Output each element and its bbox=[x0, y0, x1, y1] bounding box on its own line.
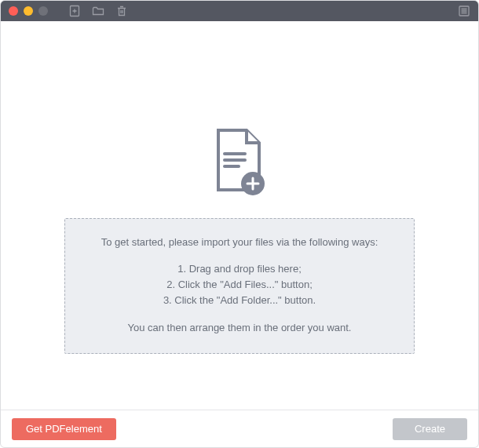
trash-icon[interactable] bbox=[115, 5, 128, 17]
toolbar-left bbox=[68, 5, 128, 17]
hint-intro: To get started, please import your files… bbox=[79, 235, 400, 250]
hint-outro: You can then arrange them in the order y… bbox=[79, 320, 400, 336]
get-pdfelement-button[interactable]: Get PDFelement bbox=[12, 418, 116, 440]
bottom-bar: Get PDFelement Create bbox=[1, 410, 478, 447]
document-add-icon bbox=[210, 127, 269, 199]
create-button: Create bbox=[393, 418, 467, 440]
window-controls bbox=[9, 6, 48, 16]
fullscreen-window-button[interactable] bbox=[38, 6, 48, 16]
hint-box: To get started, please import your files… bbox=[64, 218, 415, 354]
titlebar bbox=[1, 1, 478, 21]
folder-icon[interactable] bbox=[92, 5, 104, 17]
hint-step-1: 1. Drag and drop files here; bbox=[79, 261, 400, 277]
hint-steps: 1. Drag and drop files here; 2. Click th… bbox=[79, 261, 400, 308]
minimize-window-button[interactable] bbox=[24, 6, 33, 16]
close-window-button[interactable] bbox=[9, 6, 18, 16]
app-window: To get started, please import your files… bbox=[0, 0, 479, 448]
list-icon[interactable] bbox=[458, 5, 470, 17]
drop-area[interactable]: To get started, please import your files… bbox=[1, 21, 478, 410]
hint-step-2: 2. Click the "Add Files..." button; bbox=[79, 277, 400, 293]
add-file-icon[interactable] bbox=[68, 5, 81, 17]
hint-step-3: 3. Click the "Add Folder..." button. bbox=[79, 293, 400, 308]
